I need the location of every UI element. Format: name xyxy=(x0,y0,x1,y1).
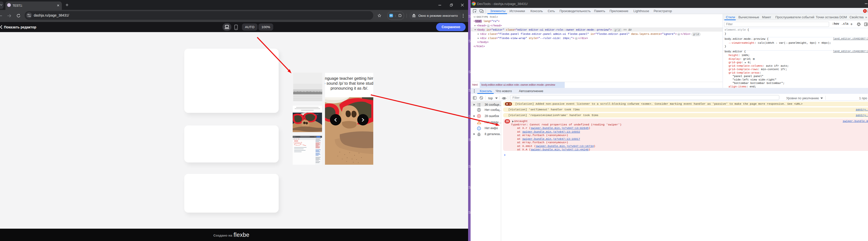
svg-text:@heyrel: @heyrel xyxy=(314,114,318,115)
